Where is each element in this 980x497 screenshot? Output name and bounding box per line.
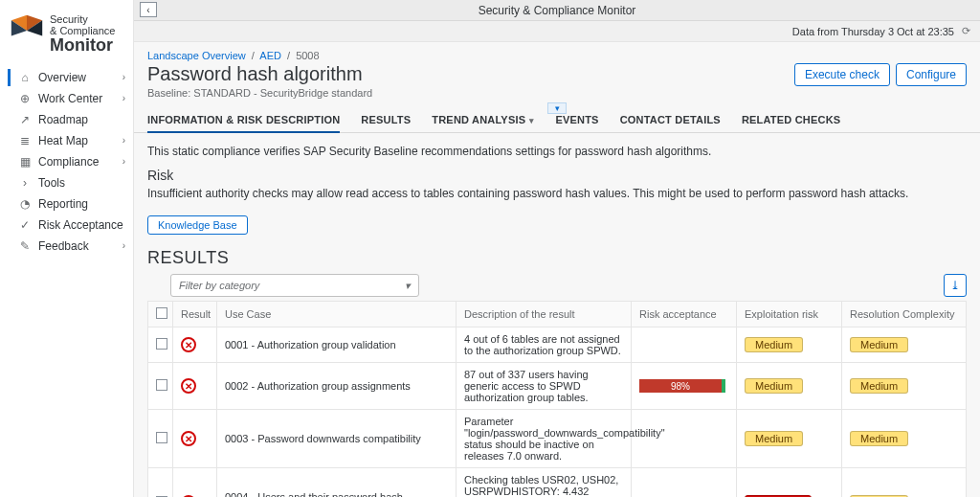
check-description: This static compliance verifies SAP Secu… [147, 145, 967, 158]
col-result: Result [173, 302, 217, 328]
checkbox-icon [156, 307, 167, 319]
col-usecase: Use Case [217, 302, 457, 328]
row-result-cell: ✕ [173, 363, 217, 410]
breadcrumb-mid[interactable]: AED [259, 50, 281, 61]
tab-information-risk-description[interactable]: INFORMATION & RISK DESCRIPTION [147, 108, 340, 132]
tools-icon: › [17, 176, 33, 190]
row-risk-acceptance [632, 410, 737, 468]
fail-icon: ✕ [181, 337, 196, 352]
row-resolution-complexity: Medium [842, 328, 967, 363]
table-row[interactable]: ✕0003 - Password downwards compatibility… [148, 410, 967, 468]
breadcrumb-root[interactable]: Landscape Overview [147, 50, 246, 61]
refresh-icon[interactable]: ⟳ [962, 25, 970, 37]
tab-events[interactable]: EVENTS [555, 108, 598, 132]
download-icon: ⤓ [950, 279, 960, 292]
row-usecase: 0002 - Authorization group assignments [217, 363, 457, 410]
knowledge-base-button[interactable]: Knowledge Base [147, 215, 248, 235]
globe-icon: ⊕ [17, 92, 33, 105]
sidebar-item-overview[interactable]: ⌂Overview› [0, 67, 133, 88]
chevron-down-icon: ▾ [405, 280, 411, 292]
riskacc-icon: ✓ [17, 218, 33, 232]
sidebar-item-feedback[interactable]: ✎Feedback› [0, 236, 133, 257]
sidebar-item-label: Tools [38, 176, 125, 190]
complexity-badge: Medium [850, 431, 908, 446]
risk-text: Insufficient authority checks may allow … [147, 187, 967, 200]
col-resolution-complexity: Resolution Complexity [842, 302, 967, 328]
heatmap-icon: ≣ [17, 134, 33, 147]
row-risk-acceptance: 98% [632, 363, 737, 410]
page-title: Password hash algorithm [147, 63, 372, 85]
sidebar-item-work-center[interactable]: ⊕Work Center› [0, 88, 133, 109]
table-row[interactable]: ✕0001 - Authorization group validation4 … [148, 328, 967, 363]
sidebar-item-tools[interactable]: ›Tools [0, 172, 133, 193]
risk-acceptance-bar: 98% [639, 379, 725, 393]
filter-placeholder: Filter by category [179, 280, 259, 291]
logo-mark-icon [10, 13, 44, 51]
sidebar: Security & Compliance Monitor ⌂Overview›… [0, 0, 134, 497]
col-description: Description of the result [457, 302, 632, 328]
results-toolbar: Filter by category ▾ ⤓ [170, 274, 967, 297]
table-header-row: Result Use Case Description of the resul… [148, 302, 967, 328]
row-result-cell: ✕ [173, 468, 217, 498]
row-exploitation-risk: Medium [737, 410, 842, 468]
page-subtitle: Baseline: STANDARD - SecurityBridge stan… [147, 87, 372, 99]
risk-badge: Medium [745, 431, 803, 446]
fail-icon: ✕ [181, 431, 196, 446]
row-checkbox-cell[interactable] [148, 328, 173, 363]
sidebar-item-heat-map[interactable]: ≣Heat Map› [0, 130, 133, 151]
row-description: Checking tables USR02, USH02, USRPWDHIST… [457, 468, 632, 498]
info-bar: Data from Thursday 3 Oct at 23:35 ⟳ [134, 21, 980, 42]
complexity-badge: Medium [850, 378, 908, 394]
row-checkbox-cell[interactable] [148, 410, 173, 468]
sidebar-item-roadmap[interactable]: ↗Roadmap [0, 109, 133, 130]
sidebar-item-reporting[interactable]: ◔Reporting [0, 193, 133, 215]
chevron-right-icon: › [122, 135, 125, 146]
tab-results[interactable]: RESULTS [361, 108, 411, 132]
tab-contact-details[interactable]: CONTACT DETAILS [620, 108, 721, 132]
reporting-icon: ◔ [17, 197, 33, 211]
row-usecase: 0003 - Password downwards compatibility [217, 410, 457, 468]
title-bar: ‹ Security & Compliance Monitor [134, 0, 980, 21]
sidebar-item-label: Reporting [38, 197, 125, 211]
results-heading: RESULTS [147, 248, 967, 268]
window-title: Security & Compliance Monitor [479, 4, 636, 17]
sidebar-item-label: Risk Acceptance [38, 218, 125, 232]
content-area: This static compliance verifies SAP Secu… [134, 133, 980, 497]
filter-category-select[interactable]: Filter by category ▾ [170, 274, 419, 297]
sidebar-item-label: Heat Map [38, 134, 122, 147]
col-risk-acceptance: Risk acceptance [632, 302, 737, 328]
checkbox-icon [156, 379, 167, 391]
table-row[interactable]: ✕0004 - Users and their password hash al… [148, 468, 967, 498]
tab-related-checks[interactable]: RELATED CHECKS [742, 108, 840, 132]
execute-check-button[interactable]: Execute check [794, 63, 890, 86]
risk-badge: Medium [745, 337, 803, 352]
complexity-badge: Medium [850, 337, 908, 352]
table-row[interactable]: ✕0002 - Authorization group assignments8… [148, 363, 967, 410]
compliance-icon: ▦ [17, 155, 33, 169]
roadmap-icon: ↗ [17, 113, 33, 126]
main-area: ‹ Security & Compliance Monitor Data fro… [134, 0, 980, 497]
row-resolution-complexity: Medium [842, 468, 967, 498]
row-usecase: 0001 - Authorization group validation [217, 328, 457, 363]
back-button[interactable]: ‹ [140, 2, 157, 17]
chevron-right-icon: › [122, 156, 125, 167]
configure-button[interactable]: Configure [896, 63, 967, 86]
app-logo: Security & Compliance Monitor [0, 6, 133, 67]
sidebar-item-compliance[interactable]: ▦Compliance› [0, 151, 133, 172]
row-resolution-complexity: Medium [842, 363, 967, 410]
row-checkbox-cell[interactable] [148, 363, 173, 410]
sidebar-item-label: Feedback [38, 239, 122, 253]
select-all-header[interactable] [148, 302, 173, 328]
tab-trend-analysis[interactable]: TREND ANALYSIS▾ [432, 108, 534, 132]
page-actions: Execute check Configure [794, 63, 967, 86]
row-result-cell: ✕ [173, 328, 217, 363]
fail-icon: ✕ [181, 378, 196, 394]
chevron-right-icon: › [122, 72, 125, 82]
row-exploitation-risk: Very High [737, 468, 842, 498]
row-checkbox-cell[interactable] [148, 468, 173, 498]
sidebar-item-label: Work Center [38, 92, 122, 105]
export-button[interactable]: ⤓ [944, 274, 967, 297]
row-risk-acceptance [632, 468, 737, 498]
sidebar-item-risk-acceptance[interactable]: ✓Risk Acceptance [0, 215, 133, 236]
chevron-right-icon: › [122, 240, 125, 251]
